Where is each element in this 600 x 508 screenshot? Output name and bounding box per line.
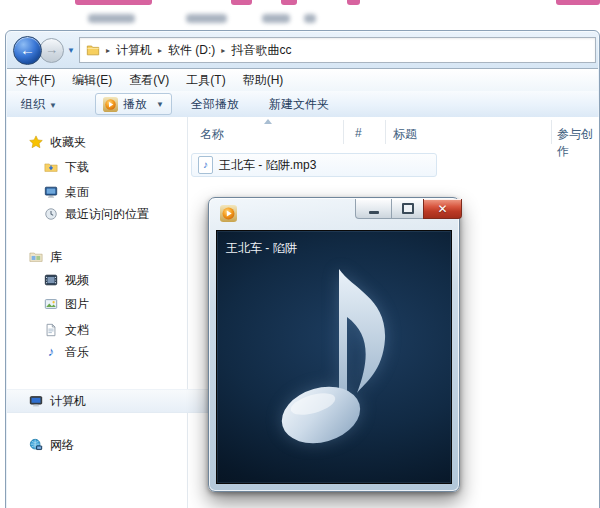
network-icon [29,438,43,452]
breadcrumb-drive-d[interactable]: 软件 (D:) [168,42,215,59]
audio-file-icon: ♪ [198,156,213,174]
menu-view[interactable]: 查看(V) [129,72,169,89]
command-toolbar: 组织▼ 播放 ▼ 全部播放 新建文件夹 [7,91,598,118]
now-playing-screen: 王北车 - 陷阱 [216,230,452,484]
background-tab-highlight [231,0,252,5]
sidebar-item-libraries[interactable]: 库 [7,246,209,268]
navigation-bar: ← → ▼ ▸ 计算机 ▸ 软件 (D:) ▸ 抖音歌曲cc [6,34,599,64]
sidebar-label: 最近访问的位置 [65,206,149,223]
chevron-down-icon: ▼ [156,100,164,109]
music-note-icon: ♪ [44,345,58,359]
file-row-mp3[interactable]: ♪ 王北车 - 陷阱.mp3 [191,153,437,177]
sidebar-item-computer[interactable]: 计算机 [7,389,209,413]
recent-places-icon [44,207,58,221]
background-blur-text [304,14,316,23]
desktop-icon [44,185,58,199]
background-blur-text [88,14,135,23]
column-separator[interactable] [385,120,386,144]
documents-icon [44,323,58,337]
menu-bar: 文件(F) 编辑(E) 查看(V) 工具(T) 帮助(H) [7,68,598,91]
close-button[interactable]: ✕ [423,199,462,219]
back-button[interactable]: ← [13,36,42,65]
breadcrumb-current-folder[interactable]: 抖音歌曲cc [231,42,291,59]
background-blur-text [262,14,290,23]
sidebar-label: 桌面 [65,184,89,201]
column-header-title[interactable]: 标题 [393,126,417,143]
organize-button[interactable]: 组织▼ [21,91,57,117]
background-tab-highlight [281,0,297,5]
screenshot-stage: ← → ▼ ▸ 计算机 ▸ 软件 (D:) ▸ 抖音歌曲cc 文件(F) 编辑(… [0,0,600,508]
play-all-button[interactable]: 全部播放 [191,91,239,117]
close-icon: ✕ [437,202,447,216]
background-blur-text [186,14,227,23]
media-player-window[interactable]: ✕ 王北车 - 陷阱 [208,197,460,492]
recent-pages-dropdown-icon[interactable]: ▼ [67,46,75,55]
breadcrumb-computer[interactable]: 计算机 [116,42,152,59]
minimize-button[interactable] [355,199,392,219]
folder-icon [86,43,100,57]
sidebar-item-network[interactable]: 网络 [7,434,209,456]
restore-icon [402,203,414,214]
column-header-number[interactable]: # [355,126,362,140]
wmp-window-icon[interactable] [220,205,237,222]
breadcrumb-separator-icon: ▸ [218,46,228,55]
sort-ascending-icon [264,119,272,124]
menu-help[interactable]: 帮助(H) [243,72,284,89]
album-art-music-note-icon [273,255,413,455]
libraries-icon [29,250,43,264]
wmp-play-icon [103,97,118,112]
background-tab-highlight [347,0,360,5]
sidebar-label: 计算机 [50,393,86,410]
sidebar-item-favorites[interactable]: 收藏夹 [7,131,209,153]
column-header-contributing-artists[interactable]: 参与创作 [557,126,599,160]
sidebar-label: 收藏夹 [50,134,86,151]
new-folder-button[interactable]: 新建文件夹 [269,91,329,117]
menu-file[interactable]: 文件(F) [16,72,55,89]
breadcrumb-separator-icon: ▸ [155,46,165,55]
sidebar-label: 图片 [65,296,89,313]
sidebar-label: 下载 [65,159,89,176]
computer-icon [29,394,43,408]
download-folder-icon [44,160,58,174]
window-controls: ✕ [355,199,462,218]
sidebar-label: 网络 [50,437,74,454]
restore-button[interactable] [391,199,424,219]
pictures-icon [44,297,58,311]
sidebar-label: 视频 [65,272,89,289]
star-icon [29,135,43,149]
column-separator[interactable] [551,120,552,144]
background-tab-highlight [556,0,600,5]
videos-icon [44,273,58,287]
column-header-name[interactable]: 名称 [200,126,224,143]
breadcrumb-separator-icon: ▸ [103,46,113,55]
menu-tools[interactable]: 工具(T) [186,72,225,89]
address-bar[interactable]: ▸ 计算机 ▸ 软件 (D:) ▸ 抖音歌曲cc [79,37,596,63]
menu-edit[interactable]: 编辑(E) [72,72,112,89]
column-separator[interactable] [343,120,344,144]
play-button[interactable]: 播放 ▼ [95,93,172,115]
sidebar-label: 音乐 [65,344,89,361]
sidebar-label: 文档 [65,322,89,339]
forward-button[interactable]: → [39,38,64,63]
minimize-icon [369,211,379,214]
file-name: 王北车 - 陷阱.mp3 [219,157,316,174]
sidebar-label: 库 [50,249,62,266]
background-tab-highlight [75,0,152,5]
chevron-down-icon: ▼ [49,101,57,110]
